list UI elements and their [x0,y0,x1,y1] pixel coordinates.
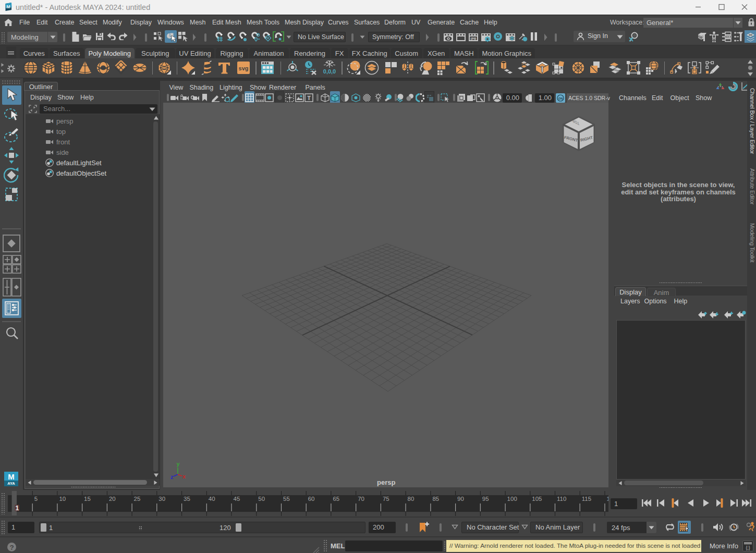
svg-text:65: 65 [333,496,339,502]
svg-text:100: 100 [507,496,517,502]
svg-text:80: 80 [408,496,414,502]
svg-text:AYA: AYA [7,481,15,486]
svg-text:85: 85 [432,496,439,502]
svg-text:x: x [182,473,186,480]
svg-text:z: z [170,474,174,480]
svg-text:70: 70 [358,496,364,502]
svg-text:35: 35 [184,496,190,502]
svg-text:105: 105 [532,496,542,502]
svg-text:60: 60 [308,496,315,502]
svg-text:0,0,0: 0,0,0 [323,68,336,75]
svg-text:10: 10 [59,496,66,502]
svg-text:95: 95 [482,496,489,502]
svg-text:50: 50 [258,496,265,502]
svg-text:IPR: IPR [471,37,477,41]
svg-text:20: 20 [109,496,116,502]
svg-text:T: T [307,95,311,101]
svg-text:45: 45 [234,496,240,502]
svg-text:?: ? [9,544,14,551]
svg-text:110: 110 [557,496,566,502]
svg-text:30: 30 [158,496,165,502]
svg-text:1: 1 [16,505,19,512]
svg-text:M: M [6,4,10,9]
svg-text:55: 55 [283,496,290,502]
svg-text:M: M [8,472,15,481]
svg-text:75: 75 [383,496,389,502]
svg-text:25: 25 [134,496,141,502]
svg-text:svg: svg [238,65,248,71]
svg-text:5: 5 [34,496,38,502]
svg-text:15: 15 [84,496,91,502]
svg-text:120: 120 [607,496,609,502]
svg-text:40: 40 [209,496,215,502]
svg-text:y: y [177,461,180,467]
svg-text:115: 115 [582,496,591,502]
svg-text:{;}: {;} [746,545,750,550]
svg-text:90: 90 [457,496,464,502]
svg-text:ON: ON [558,97,563,100]
